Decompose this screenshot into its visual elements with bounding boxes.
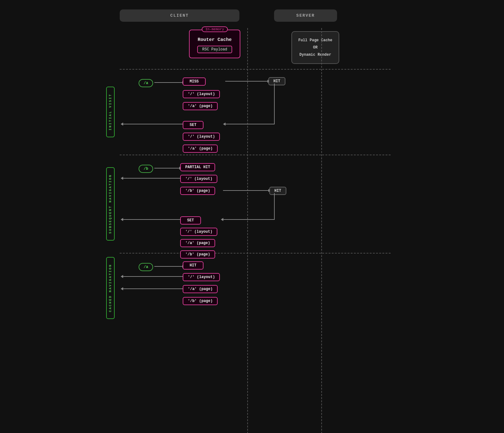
- router-cache-title: Router Cache: [197, 37, 232, 43]
- initial-path-a: /a: [139, 79, 153, 87]
- subsequent-page-b-miss: '/b' (page): [180, 187, 215, 195]
- arrow-set-left-sub: [123, 219, 180, 220]
- subsequent-hit: HIT: [269, 187, 286, 195]
- in-memory-tag: In-memory: [202, 26, 228, 32]
- initial-set-page-a: '/a' (page): [183, 145, 218, 153]
- client-label: CLIENT: [170, 13, 189, 18]
- arrow-layout-left: [123, 178, 180, 179]
- subsequent-set: SET: [180, 216, 201, 225]
- arrow-b-partial: [154, 168, 180, 168]
- cached-nav-label: CACHED NAVIGATION: [106, 257, 115, 319]
- arrow-server-set-sub: [223, 219, 274, 220]
- initial-hit: HIT: [268, 77, 285, 85]
- subsequent-set-layout: '/' (layout): [180, 228, 217, 236]
- arrow-a-hit-cached: [154, 266, 183, 267]
- arrow-b-hit: [223, 190, 269, 191]
- arrow-miss-hit: [225, 81, 268, 82]
- vline-hit-subsequent: [274, 193, 275, 220]
- cached-path-a: /a: [139, 263, 153, 271]
- subsequent-set-page-a: '/a' (page): [180, 239, 215, 247]
- initial-set: SET: [183, 121, 203, 129]
- subsequent-layout: '/' (layout): [180, 175, 217, 183]
- cached-layout: '/' (layout): [183, 273, 220, 281]
- vline-hit-initial: [274, 83, 275, 124]
- initial-visit-label-wrap: INITIAL VISIT: [101, 70, 120, 155]
- server-label: SERVER: [296, 13, 315, 18]
- full-page-cache-line1: Full Page Cache: [298, 37, 332, 44]
- subsequent-path-b: /b: [139, 165, 153, 173]
- arrow-set-left: [123, 124, 183, 124]
- subsequent-partial-hit: PARTIAL HIT: [180, 163, 215, 171]
- client-header: CLIENT: [120, 9, 239, 22]
- arrow-a-miss: [154, 82, 183, 83]
- full-page-cache-line2: OR: [298, 44, 332, 51]
- cached-nav-label-wrap: CACHED NAVIGATION: [101, 254, 120, 323]
- hline-server-set: [225, 124, 275, 124]
- initial-set-layout: '/' (layout): [183, 133, 220, 141]
- initial-page-a: '/a' (page): [183, 102, 218, 110]
- initial-visit-label: INITIAL VISIT: [106, 87, 115, 137]
- full-page-cache-box: Full Page Cache OR Dynamic Render: [291, 31, 339, 64]
- cached-page-b: '/b' (page): [183, 297, 218, 305]
- server-header: SERVER: [274, 9, 337, 22]
- initial-miss: MISS: [183, 77, 206, 86]
- cached-page-a: '/a' (page): [183, 285, 218, 293]
- subsequent-nav-label: SUBSEQUENT NAVIGATION: [106, 167, 115, 241]
- full-page-cache-line3: Dynamic Render: [298, 51, 332, 59]
- subsequent-nav-label-wrap: SUBSEQUENT NAVIGATION: [101, 155, 120, 253]
- rsc-payload-tag: RSC Payload: [197, 46, 232, 53]
- arrow-cached-layout: [123, 276, 183, 277]
- arrow-cached-page-a: [123, 288, 183, 289]
- initial-layout-1: '/' (layout): [183, 90, 220, 98]
- cached-hit: HIT: [183, 261, 203, 270]
- router-cache-box: In-memory Router Cache RSC Payload: [189, 30, 240, 58]
